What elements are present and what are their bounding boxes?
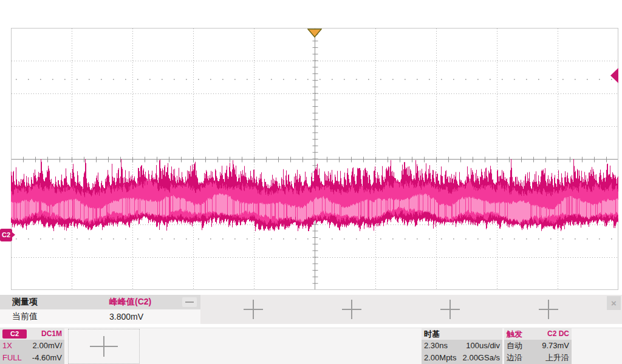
channel2-probe: 1X — [2, 340, 12, 352]
timebase-time-per-div: 100us/div — [466, 340, 500, 352]
plus-icon — [539, 300, 558, 319]
measurement-header-row: 测量项 峰峰值(C2) — [0, 295, 200, 309]
measurement-value: 3.800mV — [109, 312, 182, 322]
channel2-coupling: DC1M — [41, 328, 62, 340]
channel2-header: C2 DC1M — [0, 328, 64, 340]
channel2-offset: -4.60mV — [32, 352, 62, 364]
trigger-type: 边沿 — [507, 352, 522, 364]
measurement-current-label: 当前值 — [12, 311, 109, 322]
trigger-box[interactable]: 触发 C2 DC 自动 9.73mV 边沿 上升沿 — [504, 328, 572, 364]
timebase-title: 时基 — [424, 328, 440, 340]
oscilloscope-screen: C2 测量项 峰峰值(C2) 当前值 3.800mV × C2 DC1M — [0, 0, 622, 364]
close-measurement-bar-button[interactable]: × — [607, 296, 621, 310]
timebase-memory-depth: 2.00Mpts — [424, 352, 456, 364]
collapse-measurement-icon[interactable] — [182, 297, 197, 307]
channel2-box[interactable]: C2 DC1M 1X 2.00mV/ FULL -4.60mV — [0, 328, 64, 364]
trigger-level-marker[interactable] — [610, 67, 619, 84]
timebase-sample-rate: 2.00GSa/s — [463, 352, 500, 364]
trigger-position-marker[interactable] — [307, 29, 322, 38]
plus-icon — [244, 300, 263, 319]
measurement-bar: 测量项 峰峰值(C2) 当前值 3.800mV × — [0, 295, 622, 324]
trigger-header: 触发 C2 DC — [504, 328, 572, 340]
trigger-source: C2 DC — [547, 328, 569, 340]
add-measurement-slot[interactable] — [333, 295, 370, 324]
channel2-volts-per-div: 2.00mV/ — [33, 340, 62, 352]
trigger-settings: 自动 9.73mV 边沿 上升沿 — [504, 340, 572, 364]
channel2-ground-marker[interactable]: C2 — [0, 229, 12, 241]
channel2-settings: 1X 2.00mV/ FULL -4.60mV — [0, 340, 64, 364]
timebase-header: 时基 — [422, 328, 502, 340]
status-bar: C2 DC1M 1X 2.00mV/ FULL -4.60mV 时基 — [0, 328, 622, 364]
trigger-title: 触发 — [507, 328, 522, 340]
add-channel-button[interactable] — [68, 329, 140, 364]
trigger-level: 9.73mV — [542, 340, 569, 352]
plus-icon — [342, 300, 361, 319]
waveform-display[interactable] — [11, 28, 618, 290]
channel2-badge[interactable]: C2 — [2, 329, 27, 339]
timebase-delay: 2.30ns — [424, 340, 448, 352]
add-measurement-slot[interactable] — [432, 295, 468, 324]
channel2-bandwidth: FULL — [2, 352, 22, 364]
measurement-type-label[interactable]: 峰峰值(C2) — [109, 297, 182, 308]
trigger-mode: 自动 — [507, 340, 522, 352]
measurement-item-header: 测量项 — [12, 297, 109, 308]
add-measurement-slot[interactable] — [530, 295, 567, 324]
channel2-trace — [11, 28, 618, 290]
measurement-table[interactable]: 测量项 峰峰值(C2) 当前值 3.800mV — [0, 295, 200, 324]
timebase-box[interactable]: 时基 2.30ns 100us/div 2.00Mpts 2.00GSa/s — [422, 328, 502, 364]
timebase-settings: 2.30ns 100us/div 2.00Mpts 2.00GSa/s — [422, 340, 502, 364]
trigger-slope: 上升沿 — [545, 352, 569, 364]
plus-icon — [440, 300, 460, 319]
add-measurement-slot[interactable] — [235, 295, 272, 324]
plus-icon — [90, 336, 118, 357]
measurement-value-row: 当前值 3.800mV — [0, 309, 200, 324]
